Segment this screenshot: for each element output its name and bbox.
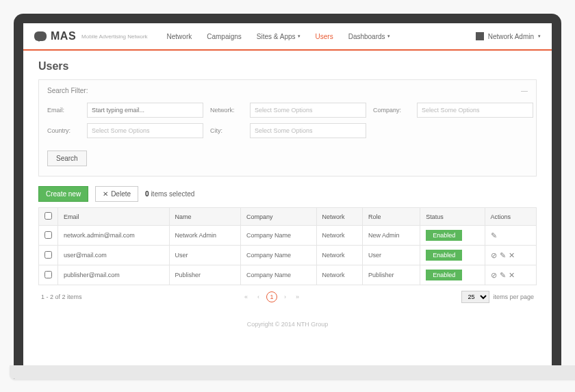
nav-dashboards[interactable]: Dashboards▾ (348, 33, 390, 40)
table-row: publisher@mail.comPublisherCompany NameN… (39, 265, 537, 285)
per-page-label: items per page (493, 293, 534, 300)
cell-name: Network Admin (169, 226, 240, 246)
col-status[interactable]: Status (420, 208, 485, 226)
status-badge: Enabled (426, 230, 462, 241)
panel-title: Search Filter: (47, 87, 88, 94)
cell-role: Publisher (362, 265, 420, 285)
cell-email: publisher@mail.com (58, 265, 170, 285)
chevron-down-icon: ▾ (298, 34, 301, 39)
cell-status: Enabled (420, 265, 485, 285)
status-badge: Enabled (426, 270, 462, 280)
pager-first-icon[interactable]: « (242, 292, 251, 302)
email-label: Email: (47, 107, 80, 114)
edit-icon[interactable]: ✎ (500, 271, 506, 280)
cell-role: New Admin (362, 226, 420, 246)
chevron-down-icon: ▾ (538, 34, 541, 39)
status-badge: Enabled (426, 250, 462, 261)
top-bar: MAS Mobile Advertising Network Network C… (23, 23, 552, 51)
cell-network: Network (316, 226, 362, 246)
cell-name: Publisher (169, 265, 240, 285)
user-menu[interactable]: Network Admin ▾ (476, 32, 541, 40)
pager-last-icon[interactable]: » (293, 292, 302, 302)
selected-count: 0 items selected (145, 190, 194, 198)
create-new-button[interactable]: Create new (38, 186, 88, 202)
cell-email: network.admin@mail.com (58, 226, 170, 246)
footer-copyright: Copyright © 2014 NTH Group (38, 309, 537, 340)
laptop-frame: MAS Mobile Advertising Network Network C… (14, 14, 561, 379)
company-select[interactable]: Select Some Options (417, 103, 533, 118)
email-input[interactable] (87, 103, 203, 118)
ban-icon[interactable]: ⊘ (491, 251, 497, 260)
items-per-page: 25 items per page (461, 291, 534, 303)
per-page-select[interactable]: 25 (461, 291, 489, 303)
company-label: Company: (373, 107, 410, 114)
nav-users[interactable]: Users (316, 33, 333, 40)
cell-status: Enabled (420, 246, 485, 265)
pager-summary: 1 - 2 of 2 items (41, 293, 82, 300)
user-menu-label: Network Admin (488, 33, 534, 40)
col-name[interactable]: Name (169, 208, 240, 226)
filter-grid: Email: Network: Select Some Options Comp… (47, 103, 528, 138)
nav-network[interactable]: Network (167, 33, 192, 40)
network-select[interactable]: Select Some Options (250, 103, 366, 118)
collapse-icon[interactable]: — (521, 87, 528, 94)
cell-role: User (362, 246, 420, 265)
ban-icon[interactable]: ⊘ (491, 271, 497, 280)
page-title: Users (38, 60, 537, 73)
search-filter-panel: Search Filter: — Email: Network: Select … (38, 79, 537, 177)
select-all-checkbox[interactable] (44, 212, 52, 220)
city-label: City: (210, 127, 243, 134)
col-role[interactable]: Role (362, 208, 420, 226)
city-select[interactable]: Select Some Options (250, 123, 366, 138)
cell-company: Company Name (241, 246, 317, 265)
table-row: network.admin@mail.comNetwork AdminCompa… (39, 226, 537, 246)
row-checkbox[interactable] (44, 271, 52, 278)
country-select[interactable]: Select Some Options (87, 123, 203, 138)
delete-icon[interactable]: ✕ (509, 251, 515, 260)
nav-sites-apps[interactable]: Sites & Apps▾ (257, 33, 301, 40)
edit-icon[interactable]: ✎ (491, 231, 497, 240)
cell-status: Enabled (420, 226, 485, 246)
cell-company: Company Name (241, 265, 317, 285)
cell-network: Network (316, 246, 362, 265)
nav-campaigns[interactable]: Campaigns (207, 33, 242, 40)
avatar-icon (476, 32, 484, 40)
row-checkbox[interactable] (44, 231, 52, 239)
table-toolbar: Create new ✕ Delete 0 items selected (38, 186, 537, 202)
cell-network: Network (316, 265, 362, 285)
brand-name: MAS (51, 30, 76, 42)
country-label: Country: (47, 127, 80, 134)
col-company[interactable]: Company (241, 208, 317, 226)
cell-email: user@mail.com (58, 246, 170, 265)
brand-tagline: Mobile Advertising Network (81, 34, 147, 40)
pager-prev-icon[interactable]: ‹ (255, 292, 262, 302)
delete-icon[interactable]: ✕ (509, 271, 515, 280)
cell-actions: ⊘✎✕ (485, 265, 537, 285)
pager: 1 - 2 of 2 items « ‹ 1 › » 25 items per … (38, 285, 537, 309)
row-checkbox[interactable] (44, 251, 52, 259)
page-content: Users Search Filter: — Email: Network: S… (23, 51, 552, 350)
table-header-row: Email Name Company Network Role Status A… (39, 208, 537, 226)
col-email[interactable]: Email (58, 208, 170, 226)
brand: MAS Mobile Advertising Network (34, 30, 148, 42)
panel-header: Search Filter: — (47, 87, 528, 94)
table-row: user@mail.comUserCompany NameNetworkUser… (39, 246, 537, 265)
pager-next-icon[interactable]: › (281, 292, 289, 302)
delete-button[interactable]: ✕ Delete (95, 186, 138, 202)
chat-bubble-icon (34, 31, 47, 41)
pager-controls: « ‹ 1 › » (242, 291, 302, 302)
edit-icon[interactable]: ✎ (500, 251, 506, 260)
cell-actions: ✎ (485, 226, 537, 246)
app-screen: MAS Mobile Advertising Network Network C… (23, 23, 552, 365)
col-actions: Actions (485, 208, 537, 226)
search-button[interactable]: Search (47, 151, 87, 166)
close-icon: ✕ (103, 190, 108, 198)
col-network[interactable]: Network (316, 208, 362, 226)
chevron-down-icon: ▾ (387, 34, 390, 39)
users-table: Email Name Company Network Role Status A… (38, 207, 537, 285)
laptop-base (10, 365, 575, 379)
network-label: Network: (210, 107, 243, 114)
cell-company: Company Name (241, 226, 317, 246)
main-nav: Network Campaigns Sites & Apps▾ Users Da… (167, 33, 390, 40)
pager-current-page[interactable]: 1 (266, 291, 277, 302)
